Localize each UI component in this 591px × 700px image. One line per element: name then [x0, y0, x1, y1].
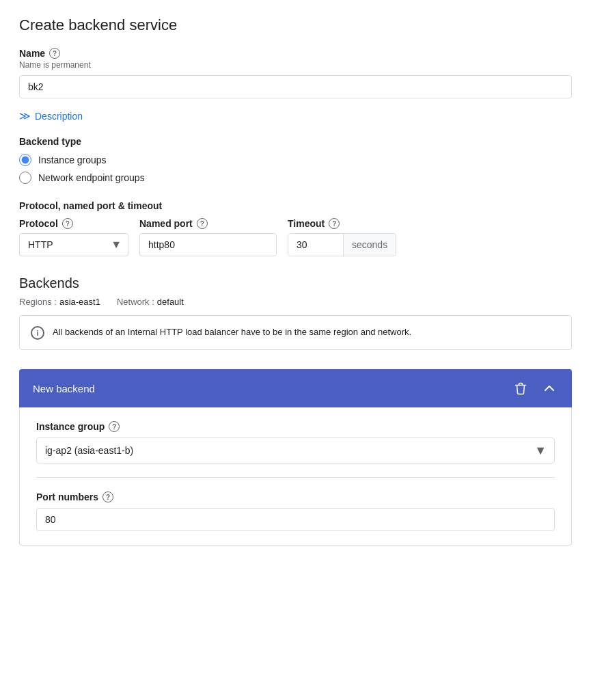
protocol-col: Protocol ? HTTP HTTPS HTTP/2 ▼ [19, 218, 128, 256]
timeout-wrapper: seconds [288, 233, 396, 256]
new-backend-icons [512, 379, 558, 398]
named-port-input[interactable] [139, 233, 277, 256]
protocol-section: Protocol, named port & timeout Protocol … [19, 200, 572, 256]
new-backend-bar: New backend [19, 369, 572, 407]
instance-group-select[interactable]: ig-ap2 (asia-east1-b) [36, 438, 555, 463]
new-backend-section: New backend Instance group ? i [19, 369, 572, 546]
port-numbers-label: Port numbers ? [36, 492, 555, 502]
protocol-help-icon[interactable]: ? [62, 218, 73, 229]
port-numbers-input[interactable] [36, 508, 555, 531]
description-chevron-icon: ≫ [19, 109, 31, 122]
divider [36, 477, 555, 478]
protocol-select-wrapper: HTTP HTTPS HTTP/2 ▼ [19, 233, 128, 256]
name-label: Name ? [19, 48, 572, 59]
backends-section: Backends Regions : asia-east1 Network : … [19, 275, 572, 350]
region-label: Regions : [19, 297, 57, 307]
name-input[interactable] [19, 75, 572, 98]
named-port-label: Named port ? [139, 218, 277, 229]
port-numbers-help-icon[interactable]: ? [102, 492, 113, 502]
protocol-select[interactable]: HTTP HTTPS HTTP/2 [19, 233, 128, 256]
info-box: i All backends of an Internal HTTP load … [19, 315, 572, 350]
backends-meta: Regions : asia-east1 Network : default [19, 297, 572, 307]
name-help-icon[interactable]: ? [49, 48, 60, 59]
radio-instance-groups-label: Instance groups [38, 154, 107, 165]
protocol-row: Protocol ? HTTP HTTPS HTTP/2 ▼ Named por… [19, 218, 572, 256]
network-label: Network : [117, 297, 154, 307]
name-sublabel: Name is permanent [19, 60, 572, 70]
instance-group-field: Instance group ? ig-ap2 (asia-east1-b) ▼ [36, 421, 555, 463]
timeout-unit: seconds [343, 234, 396, 256]
backend-type-label: Backend type [19, 136, 572, 147]
description-label: Description [35, 111, 83, 122]
description-toggle[interactable]: ≫ Description [19, 109, 572, 122]
radio-network-endpoint-groups-label: Network endpoint groups [38, 172, 145, 183]
info-icon: i [31, 326, 44, 340]
named-port-help-icon[interactable]: ? [197, 218, 208, 229]
backend-type-section: Backend type Instance groups Network end… [19, 136, 572, 184]
delete-backend-button[interactable] [512, 379, 530, 398]
timeout-col: Timeout ? seconds [288, 218, 396, 256]
collapse-backend-button[interactable] [540, 379, 558, 397]
instance-group-label: Instance group ? [36, 421, 555, 432]
timeout-input[interactable] [288, 234, 343, 256]
instance-group-help-icon[interactable]: ? [109, 421, 120, 432]
new-backend-body: Instance group ? ig-ap2 (asia-east1-b) ▼… [19, 407, 572, 546]
protocol-section-title: Protocol, named port & timeout [19, 200, 572, 211]
port-numbers-field: Port numbers ? [36, 492, 555, 531]
radio-instance-groups[interactable]: Instance groups [19, 154, 572, 166]
protocol-label: Protocol ? [19, 218, 128, 229]
new-backend-title: New backend [33, 383, 95, 394]
radio-instance-groups-input[interactable] [19, 154, 31, 166]
radio-network-endpoint-groups[interactable]: Network endpoint groups [19, 172, 572, 184]
timeout-help-icon[interactable]: ? [329, 218, 340, 229]
network-value: default [157, 297, 184, 307]
timeout-label: Timeout ? [288, 218, 396, 229]
info-text: All backends of an Internal HTTP load ba… [53, 325, 411, 339]
instance-group-select-wrapper: ig-ap2 (asia-east1-b) ▼ [36, 438, 555, 463]
backends-title: Backends [19, 275, 572, 291]
named-port-col: Named port ? [139, 218, 277, 256]
page-title: Create backend service [19, 16, 572, 34]
radio-network-endpoint-groups-input[interactable] [19, 172, 31, 184]
backend-type-radio-group: Instance groups Network endpoint groups [19, 154, 572, 184]
region-value: asia-east1 [59, 297, 100, 307]
name-field-section: Name ? Name is permanent [19, 48, 572, 98]
